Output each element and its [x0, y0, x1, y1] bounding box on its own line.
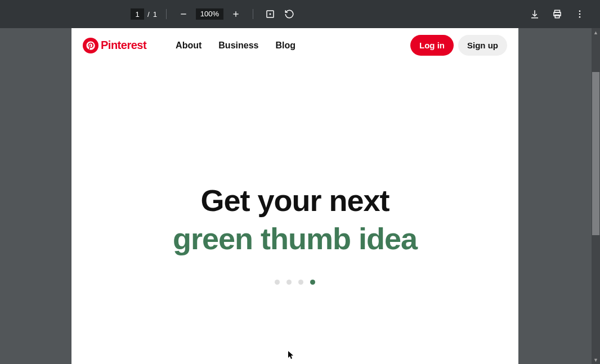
pinterest-nav: About Business Blog — [176, 41, 295, 51]
nav-blog[interactable]: Blog — [275, 41, 295, 51]
pdf-content-area: Pinterest About Business Blog Log in Sig… — [0, 28, 600, 364]
carousel-dot[interactable] — [286, 280, 292, 285]
pinterest-logo[interactable]: Pinterest — [83, 38, 146, 53]
hero-headline-2: green thumb idea — [71, 221, 518, 256]
svg-point-12 — [579, 16, 581, 18]
carousel-dot-active[interactable] — [310, 280, 315, 285]
scroll-down-arrow[interactable]: ▼ — [592, 356, 600, 364]
toolbar-divider — [166, 9, 167, 19]
toolbar-left-group: / 1 100% — [131, 6, 297, 22]
carousel-dots — [71, 280, 518, 285]
nav-about[interactable]: About — [176, 41, 202, 51]
fit-page-button[interactable] — [262, 6, 278, 22]
zoom-in-button[interactable] — [228, 6, 244, 22]
pinterest-header: Pinterest About Business Blog Log in Sig… — [71, 28, 518, 59]
scroll-up-arrow[interactable]: ▲ — [592, 28, 600, 37]
carousel-dot[interactable] — [298, 280, 303, 285]
toolbar-divider — [253, 9, 253, 19]
pdf-page: Pinterest About Business Blog Log in Sig… — [71, 28, 518, 364]
svg-point-10 — [579, 10, 581, 12]
hero-headline-1: Get your next — [71, 183, 518, 218]
zoom-level[interactable]: 100% — [196, 8, 223, 20]
zoom-out-button[interactable] — [176, 6, 191, 22]
page-total: 1 — [153, 10, 157, 19]
hero-section: Get your next green thumb idea — [71, 59, 518, 285]
signup-button[interactable]: Sign up — [458, 35, 507, 56]
vertical-scrollbar[interactable]: ▲ ▼ — [592, 28, 600, 364]
login-button[interactable]: Log in — [410, 35, 454, 56]
carousel-dot[interactable] — [275, 280, 280, 285]
scrollbar-thumb[interactable] — [592, 72, 599, 235]
rotate-button[interactable] — [281, 6, 297, 22]
svg-point-11 — [579, 14, 581, 15]
page-number-input[interactable] — [131, 8, 144, 20]
pinterest-wordmark: Pinterest — [101, 39, 146, 52]
download-button[interactable] — [527, 6, 543, 22]
auth-buttons: Log in Sign up — [410, 35, 507, 56]
toolbar-right-group — [527, 6, 588, 22]
pdf-viewer-toolbar: / 1 100% — [0, 0, 600, 28]
pinterest-icon — [83, 38, 98, 53]
more-menu-button[interactable] — [572, 6, 588, 22]
print-button[interactable] — [549, 6, 565, 22]
nav-business[interactable]: Business — [218, 41, 258, 51]
page-separator: / — [147, 10, 150, 19]
